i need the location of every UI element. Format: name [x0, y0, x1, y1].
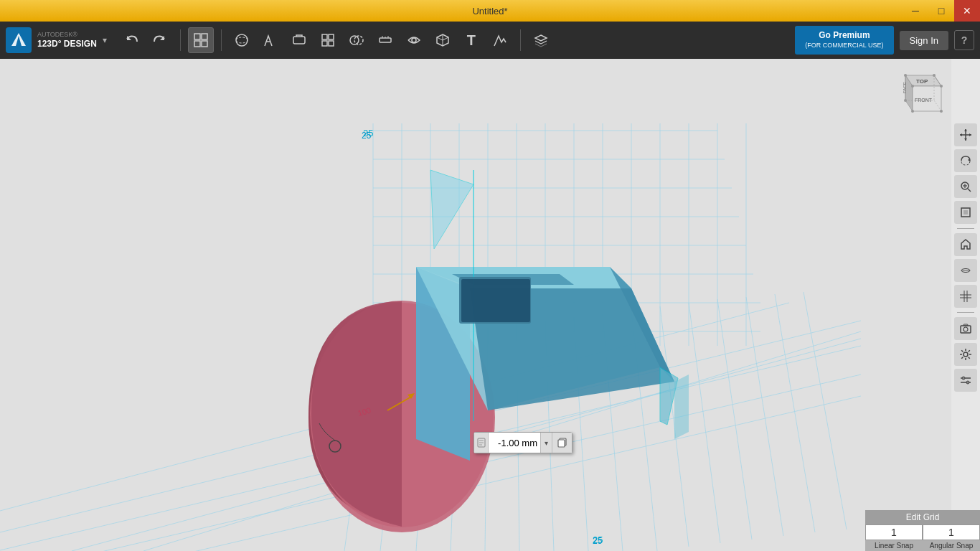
maximize-button[interactable]: □	[928, 0, 954, 22]
svg-point-15	[350, 36, 359, 44]
rtoolbar-sep-2	[957, 312, 974, 313]
angular-snap-label: Angular Snap	[930, 540, 974, 551]
logo-text: AUTODESK® 123D° DESIGN	[37, 31, 97, 49]
close-button[interactable]: ✕	[954, 0, 980, 22]
minimize-button[interactable]: ─	[903, 0, 928, 22]
measure-value-input[interactable]	[489, 433, 540, 453]
measure-copy-button[interactable]	[552, 433, 572, 453]
svg-point-96	[904, 74, 907, 77]
zoom-button[interactable]	[954, 175, 977, 198]
svg-marker-107	[960, 133, 962, 136]
svg-rect-13	[322, 41, 327, 46]
svg-marker-78	[674, 375, 689, 439]
svg-rect-4	[194, 34, 200, 39]
svg-point-8	[236, 34, 248, 46]
help-button[interactable]: ?	[954, 30, 974, 50]
fit-view-button[interactable]	[954, 201, 977, 224]
viewport: 25 25	[0, 59, 980, 551]
right-toolbar	[951, 59, 980, 551]
svg-rect-115	[963, 210, 968, 215]
pattern-button[interactable]	[315, 27, 341, 53]
coord-x-label: 25	[362, 131, 371, 141]
logo-area: AUTODESK® 123D° DESIGN ▾	[6, 27, 107, 53]
svg-point-101	[911, 110, 914, 113]
svg-point-124	[963, 327, 968, 331]
screenshot-button[interactable]	[954, 317, 977, 340]
snap-button[interactable]	[188, 27, 214, 53]
statusbar: Edit Grid 1 Linear Snap 1 Angular Snap	[865, 510, 980, 551]
logo-dropdown-button[interactable]: ▾	[103, 35, 107, 45]
premium-button[interactable]: Go Premium (FOR COMMERCIAL USE)	[795, 26, 893, 54]
orbit-button[interactable]	[954, 149, 977, 172]
svg-point-98	[940, 85, 943, 88]
svg-rect-125	[963, 324, 968, 326]
window-controls: ─ □ ✕	[903, 0, 980, 22]
view-button[interactable]	[401, 27, 427, 53]
rtoolbar-sep-1	[957, 228, 974, 229]
svg-text:FACE: FACE	[903, 82, 907, 93]
primitives-button[interactable]	[229, 27, 255, 53]
home-view-button[interactable]	[954, 233, 977, 256]
separator-3	[520, 29, 521, 51]
svg-rect-14	[329, 41, 334, 46]
svg-rect-80	[461, 279, 530, 322]
measure-input[interactable]: ▾	[473, 432, 573, 453]
3d-view-button[interactable]	[430, 27, 456, 53]
grid-canvas: 25 25	[0, 59, 980, 551]
svg-rect-10	[293, 37, 305, 44]
titlebar: Untitled* ─ □ ✕	[0, 0, 980, 22]
svg-rect-11	[322, 34, 327, 39]
settings-button[interactable]	[954, 343, 977, 366]
svg-rect-136	[558, 440, 565, 447]
coord-y-label: 25	[593, 536, 602, 546]
toolbar: AUTODESK® 123D° DESIGN ▾	[0, 22, 980, 59]
svg-point-99	[911, 85, 914, 88]
text-button[interactable]: T	[458, 27, 484, 53]
linear-snap-value[interactable]: 1	[865, 524, 923, 540]
viewcube[interactable]: TOP FRONT FACE	[891, 65, 948, 122]
separator-1	[180, 29, 181, 51]
modify-button[interactable]	[286, 27, 312, 53]
undo-button[interactable]	[118, 27, 144, 53]
display-settings-button[interactable]	[954, 369, 977, 392]
svg-marker-109	[968, 159, 970, 161]
grid-toggle-button[interactable]	[954, 285, 977, 308]
svg-point-126	[963, 352, 968, 357]
perspective-button[interactable]	[954, 259, 977, 282]
sketch2-button[interactable]	[487, 27, 513, 53]
svg-text:TOP: TOP	[916, 78, 928, 85]
separator-2	[221, 29, 222, 51]
snap-values: 1 Linear Snap 1 Angular Snap	[865, 524, 980, 551]
svg-rect-5	[202, 34, 207, 39]
svg-point-129	[962, 377, 965, 380]
right-buttons: Go Premium (FOR COMMERCIAL USE) Sign In …	[795, 26, 974, 54]
svg-point-97	[933, 74, 936, 77]
svg-marker-106	[964, 138, 967, 141]
measure-button[interactable]	[372, 27, 398, 53]
sketch-button[interactable]	[258, 27, 283, 53]
angular-snap-col: 1 Angular Snap	[923, 524, 980, 551]
redo-button[interactable]	[147, 27, 173, 53]
svg-point-100	[904, 99, 907, 102]
angular-snap-value[interactable]: 1	[923, 524, 980, 540]
svg-point-18	[412, 38, 416, 42]
edit-grid-button[interactable]: Edit Grid	[865, 510, 980, 524]
svg-point-9	[236, 37, 248, 43]
title-text: Untitled*	[472, 6, 507, 17]
svg-rect-6	[194, 41, 200, 47]
svg-text:FRONT: FRONT	[915, 98, 933, 103]
svg-rect-17	[380, 38, 391, 42]
linear-snap-col: 1 Linear Snap	[865, 524, 923, 551]
pan-button[interactable]	[954, 123, 977, 146]
signin-button[interactable]: Sign In	[900, 31, 948, 50]
autodesk-logo-icon[interactable]	[6, 27, 32, 53]
layers-button[interactable]	[528, 27, 554, 53]
svg-rect-7	[202, 41, 207, 47]
svg-point-102	[940, 110, 943, 113]
measure-dropdown-button[interactable]: ▾	[540, 433, 552, 453]
measure-icon	[474, 433, 489, 453]
svg-marker-105	[964, 129, 967, 131]
combine-button[interactable]	[344, 27, 369, 53]
svg-rect-12	[329, 34, 334, 39]
svg-line-111	[968, 189, 971, 192]
